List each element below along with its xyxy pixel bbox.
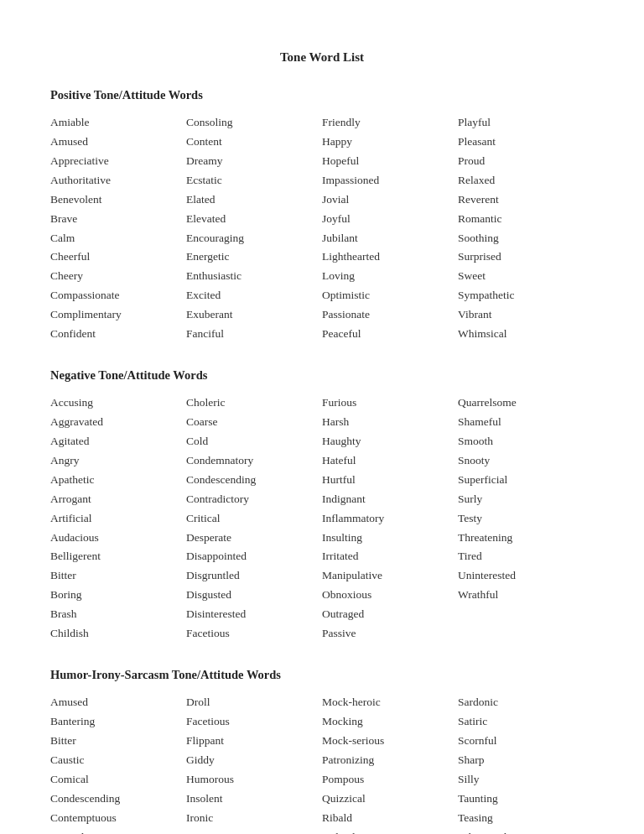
word-item: Enthusiastic — [186, 268, 322, 285]
word-item: Brave — [50, 211, 186, 228]
word-item: Surly — [458, 491, 594, 508]
word-item: Bitter — [50, 732, 186, 750]
word-item: Arrogant — [50, 491, 186, 508]
word-item: Furious — [322, 394, 458, 412]
word-item: Ecstatic — [186, 172, 322, 190]
word-item: Soothing — [458, 230, 594, 248]
word-item: Pompous — [322, 771, 458, 789]
word-item: Appreciative — [50, 153, 186, 170]
word-item: Satiric — [458, 713, 594, 731]
word-item: Shameful — [458, 414, 594, 431]
word-item: Irritated — [322, 548, 458, 566]
word-item: Droll — [186, 694, 322, 712]
word-item: Patronizing — [322, 752, 458, 769]
word-item: Facetious — [186, 625, 322, 643]
word-item: Threatening — [458, 529, 594, 547]
word-item: Disappointed — [186, 548, 322, 566]
word-item: Mock-heroic — [322, 694, 458, 712]
word-item: Audacious — [50, 529, 186, 547]
word-item: Condescending — [186, 472, 322, 489]
word-item: Relaxed — [458, 172, 594, 190]
word-item: Dreamy — [186, 153, 322, 170]
word-item: Optimistic — [322, 287, 458, 305]
word-item: Apathetic — [50, 472, 186, 489]
word-item: Smooth — [458, 433, 594, 451]
word-item: Encouraging — [186, 230, 322, 248]
word-item: Whimsical — [458, 326, 594, 343]
word-item: Disgusted — [186, 586, 322, 604]
word-item: Impassioned — [322, 172, 458, 190]
word-item: Flippant — [186, 732, 322, 750]
word-item: Loving — [322, 268, 458, 285]
word-item: Playful — [458, 114, 594, 132]
word-item: Ridiculing — [322, 829, 458, 835]
section-heading-positive: Positive Tone/Attitude Words — [50, 88, 594, 102]
word-item: Compassionate — [50, 287, 186, 305]
word-item: Scornful — [458, 732, 594, 750]
word-item: Amiable — [50, 114, 186, 132]
word-item: Angry — [50, 452, 186, 470]
word-column-humor-0: AmusedBanteringBitterCausticComicalConde… — [50, 694, 186, 834]
word-item: Passive — [322, 625, 458, 643]
word-item: Elevated — [186, 211, 322, 228]
page-title: Tone Word List — [50, 50, 594, 65]
section-heading-negative: Negative Tone/Attitude Words — [50, 368, 594, 383]
word-column-negative-3: QuarrelsomeShamefulSmoothSnootySuperfici… — [458, 394, 594, 643]
sections-container: Positive Tone/Attitude WordsAmiableAmuse… — [50, 88, 594, 834]
word-item: Agitated — [50, 433, 186, 451]
word-item: Passionate — [322, 306, 458, 324]
word-item: Choleric — [186, 394, 322, 412]
word-column-negative-2: FuriousHarshHaughtyHatefulHurtfulIndigna… — [322, 394, 458, 643]
word-item: Superficial — [458, 472, 594, 489]
word-item: Obnoxious — [322, 586, 458, 604]
word-item: Benevolent — [50, 191, 186, 209]
word-item: Reverent — [458, 191, 594, 209]
word-item: Fanciful — [186, 326, 322, 343]
word-item: Excited — [186, 287, 322, 305]
word-item: Peaceful — [322, 326, 458, 343]
word-item: Ironic — [186, 810, 322, 827]
word-item: Cold — [186, 433, 322, 451]
word-item: Insolent — [186, 790, 322, 808]
word-item: Mock-serious — [322, 732, 458, 750]
word-item: Childish — [50, 625, 186, 643]
word-item: Hateful — [322, 452, 458, 470]
word-item: Bitter — [50, 567, 186, 585]
word-item: Jubilant — [322, 230, 458, 248]
word-item: Critical — [186, 510, 322, 528]
word-item: Hopeful — [322, 153, 458, 170]
word-item: Insulting — [322, 529, 458, 547]
word-item: Humorous — [186, 771, 322, 789]
word-item: Facetious — [186, 713, 322, 731]
word-item: Sharp — [458, 752, 594, 769]
word-item: Giddy — [186, 752, 322, 769]
word-item: Condescending — [50, 790, 186, 808]
word-item: Teasing — [458, 810, 594, 827]
word-item: Condemnatory — [186, 452, 322, 470]
word-item: Snooty — [458, 452, 594, 470]
word-item: Disgruntled — [186, 567, 322, 585]
word-column-positive-3: PlayfulPleasantProudRelaxedReverentRoman… — [458, 114, 594, 343]
word-item: Amused — [50, 694, 186, 712]
word-item: Complimentary — [50, 306, 186, 324]
word-item: Confident — [50, 326, 186, 343]
word-item: Outraged — [322, 606, 458, 623]
word-item: Uninterested — [458, 567, 594, 585]
word-item: Sweet — [458, 268, 594, 285]
word-item: Jovial — [322, 191, 458, 209]
word-item: Desperate — [186, 529, 322, 547]
word-item: Amused — [50, 133, 186, 151]
word-item: Quizzical — [322, 790, 458, 808]
word-item: Haughty — [322, 433, 458, 451]
word-item: Accusing — [50, 394, 186, 412]
word-column-negative-1: CholericCoarseColdCondemnatoryCondescend… — [186, 394, 322, 643]
word-item: Vibrant — [458, 306, 594, 324]
section-humor: Humor-Irony-Sarcasm Tone/Attitude WordsA… — [50, 668, 594, 834]
section-heading-humor: Humor-Irony-Sarcasm Tone/Attitude Words — [50, 668, 594, 682]
word-column-humor-1: DrollFacetiousFlippantGiddyHumorousInsol… — [186, 694, 322, 834]
word-item: Critical — [50, 829, 186, 835]
word-column-positive-1: ConsolingContentDreamyEcstaticElatedElev… — [186, 114, 322, 343]
word-grid-humor: AmusedBanteringBitterCausticComicalConde… — [50, 694, 594, 834]
word-column-negative-0: AccusingAggravatedAgitatedAngryApathetic… — [50, 394, 186, 643]
word-item: Disinterested — [186, 606, 322, 623]
